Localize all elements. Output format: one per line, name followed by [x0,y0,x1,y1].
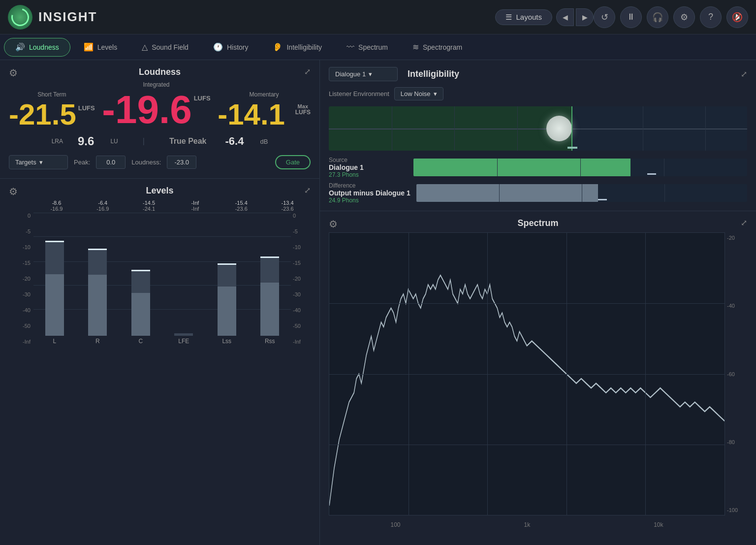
listener-env-value: Low Noise [401,90,431,97]
y-label-50: -50 [23,323,31,329]
tab-loudness[interactable]: 🔊 Loudness [4,38,70,57]
tab-intelligibility[interactable]: 👂 Intelligibility [261,38,333,57]
tab-levels[interactable]: 📶 Levels [72,38,128,57]
intel-expand-button[interactable]: ⤢ [741,69,747,79]
diff-bar [416,184,747,202]
ch-Lss-rms: -23.6 [218,206,264,212]
loudness-expand-button[interactable]: ⤢ [304,67,311,76]
intel-title: Intelligibility [408,69,741,79]
help-button[interactable]: ? [700,6,722,28]
dialogue-dropdown[interactable]: Dialogue 1 ▾ [329,67,398,81]
next-arrow-button[interactable]: ▶ [576,8,594,26]
history-tab-icon: 🕐 [213,42,223,52]
spec-y-80: -80 [727,439,745,445]
integrated-meter: Integrated -19.6LUFS [102,81,210,129]
levels-gear-button[interactable]: ⚙ [9,186,18,197]
spec-x-1k: 1k [524,521,530,528]
spectrum-expand-button[interactable]: ⤢ [741,218,747,227]
spec-grid2 [329,374,724,375]
integrated-unit: LUFS [194,95,211,101]
pause-button[interactable]: ⏸ [620,6,642,28]
logo-spinner [8,5,32,29]
ch-L-rms: -16.9 [33,206,80,212]
spectrum-gear-button[interactable]: ⚙ [329,218,338,230]
dialogue-value: Dialogue 1 [335,70,366,78]
spectrum-tab-label: Spectrum [358,43,388,51]
source-bar [413,159,747,176]
listener-chevron-icon: ▾ [434,90,437,97]
loop-button[interactable]: ↺ [594,6,615,28]
spec-x-100: 100 [390,521,400,528]
peak-input[interactable] [96,156,126,169]
loudness-section: ⚙ Loudness ⤢ Short Term -21.5LUFS Integr… [0,60,319,179]
grid-v4 [643,106,643,151]
ch-L-stats: -8.6 -16.9 [33,200,80,212]
bar-grid2 [580,159,581,176]
momentary-label: Momentary [218,91,311,98]
loudness-gear-button[interactable]: ⚙ [9,67,18,79]
spectrum-y-axis: -20 -40 -60 -80 -100 [725,232,747,515]
ch-C-peak: -14.5 [126,200,172,206]
settings-button[interactable]: ⚙ [673,6,695,28]
spec-grid3 [329,445,724,445]
bar-LFE: LFE [163,213,205,345]
targets-dropdown[interactable]: Targets ▾ [9,155,68,169]
bar-LFE-fill [174,333,193,336]
tab-history[interactable]: 🕐 History [202,38,260,57]
prev-arrow-button[interactable]: ◀ [556,8,574,26]
levels-header: ⚙ Levels ⤢ [9,186,311,196]
y-right-5: -5 [293,228,298,234]
targets-chevron-icon: ▾ [39,159,43,166]
bar-R-dark [88,249,107,275]
bar-Lss-peak [218,263,236,265]
y-label-20: -20 [23,276,31,282]
y-right-50: -50 [293,323,301,329]
tab-soundfield[interactable]: △ Sound Field [130,38,200,57]
spec-vgrid4 [645,233,646,515]
spectrogram-tab-icon: ≋ [412,42,419,52]
spec-vgrid2 [487,233,488,515]
short-term-value: -21.5LUFS [9,100,95,129]
mute-button[interactable]: 🔇 [726,6,748,28]
source-rows: Source Dialogue 1 27.3 Phons [329,157,747,204]
layouts-button[interactable]: ☰ Layouts [495,9,552,25]
spectrum-x-axis: 100 1k 10k [329,521,725,528]
bar-R-peak [88,249,107,250]
intelligibility-tab-label: Intelligibility [286,43,322,51]
spectrum-line [329,275,724,506]
diff-bar-grid1 [499,184,500,202]
true-peak-unit: dB [260,138,268,145]
bar-L-fill [45,241,64,336]
y-axis-left: 0 -5 -10 -15 -20 -30 -40 -50 -Inf [9,213,33,355]
diff-name: Output minus Dialogue 1 [329,189,410,197]
y-right-0: 0 [293,213,296,219]
source-row-dialogue: Source Dialogue 1 27.3 Phons [329,157,747,178]
peak-rms-labels: -8.6 -16.9 -6.4 -16.9 -14.5 -24.1 -Inf -… [9,200,311,212]
ch-L-peak: -8.6 [33,200,80,206]
spectrum-section: ⚙ Spectrum ⤢ -20 -40 -60 -80 -100 [320,211,756,545]
diff-bar-marker [598,199,607,200]
gate-button[interactable]: Gate [275,155,311,169]
ch-LFE-label: LFE [178,338,189,345]
bar-Rss-dark [260,256,279,283]
levels-expand-button[interactable]: ⤢ [304,186,311,195]
headphone-button[interactable]: 🎧 [647,6,668,28]
loudness-input[interactable] [167,156,196,169]
tab-spectrum[interactable]: 〰 Spectrum [335,38,399,57]
diff-type-label: Difference [329,182,410,189]
bar-Rss-peak [260,256,279,258]
ch-Rss-rms: -23.6 [264,206,311,212]
levels-tab-icon: 📶 [84,42,94,52]
intel-circle-indicator [546,116,572,141]
bar-C-fill [131,270,150,336]
ch-Rss-label: Rss [265,338,275,345]
y-right-40: -40 [293,307,301,313]
tab-spectrogram[interactable]: ≋ Spectrogram [401,38,473,57]
y-right-15: -15 [293,260,301,266]
bar-Rss: Rss [249,213,291,345]
spec-grid1 [329,303,724,304]
y-label-0: 0 [28,213,31,219]
ch-L-label: L [53,338,56,345]
listener-env-dropdown[interactable]: Low Noise ▾ [394,87,443,100]
levels-section: ⚙ Levels ⤢ -8.6 -16.9 -6.4 -16.9 -14.5 -… [0,179,319,545]
